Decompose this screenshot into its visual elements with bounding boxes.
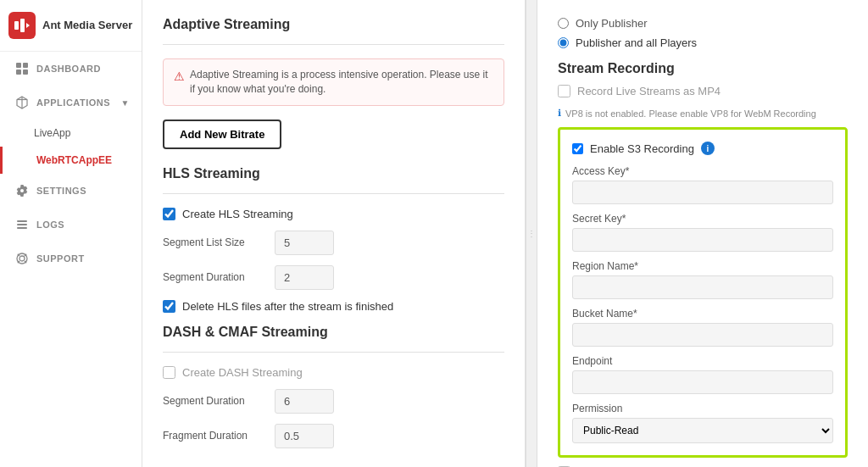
list-icon [14, 217, 30, 232]
permission-label: Permission [572, 403, 833, 414]
s3-recording-header: Enable S3 Recording i [572, 142, 833, 155]
warning-icon: ⚠ [174, 69, 185, 86]
dash-segment-duration-group: Segment Duration [163, 389, 504, 414]
chevron-down-icon: ▼ [121, 98, 130, 108]
segment-duration-group: Segment Duration [163, 265, 504, 290]
svg-point-13 [19, 256, 25, 261]
vp8-note: ℹ VP8 is not enabled. Please enable VP8 … [558, 108, 848, 119]
sidebar-item-dashboard[interactable]: DASHBOARD [0, 52, 142, 86]
dash-segment-duration-input[interactable] [275, 389, 334, 414]
create-hls-checkbox[interactable] [163, 208, 175, 220]
svg-rect-9 [17, 220, 27, 222]
publisher-all-players-label: Publisher and all Players [576, 36, 697, 49]
secret-key-input[interactable] [572, 228, 833, 252]
svg-rect-0 [14, 21, 19, 30]
segment-list-size-group: Segment List Size [163, 231, 504, 255]
sidebar-item-support[interactable]: SUPPORT [0, 242, 142, 275]
create-hls-row: Create HLS Streaming [163, 208, 504, 220]
add-new-bitrate-button[interactable]: Add New Bitrate [163, 120, 281, 149]
segment-duration-input[interactable] [275, 265, 334, 290]
endpoint-label: Endpoint [572, 355, 833, 367]
svg-rect-3 [16, 63, 21, 68]
publisher-all-players-row: Publisher and all Players [558, 36, 848, 49]
vp8-info-icon: ℹ [558, 108, 561, 119]
app-title: Ant Media Server [42, 19, 132, 32]
sidebar-item-logs[interactable]: LOGS [0, 208, 142, 242]
sidebar-item-label: DASHBOARD [36, 64, 101, 74]
svg-rect-5 [16, 69, 21, 75]
box-icon [14, 95, 30, 110]
lifebuoy-icon [14, 251, 30, 266]
delete-hls-label: Delete HLS files after the stream is fin… [182, 300, 393, 313]
sidebar-sub-label-active: WebRTCAppEE [36, 154, 112, 166]
s3-info-icon[interactable]: i [701, 142, 715, 155]
bucket-name-input[interactable] [572, 323, 833, 347]
secret-key-label: Secret Key* [572, 213, 833, 225]
sidebar-item-liveapp[interactable]: LiveApp [0, 120, 142, 147]
enable-s3-checkbox[interactable] [572, 143, 583, 154]
endpoint-input[interactable] [572, 370, 833, 394]
logo-icon [8, 12, 36, 39]
create-dash-checkbox[interactable] [163, 366, 175, 379]
only-publisher-label: Only Publisher [576, 17, 648, 30]
sidebar-item-settings-label: SETTINGS [36, 186, 86, 196]
s3-recording-box: Enable S3 Recording i Access Key* Secret… [558, 127, 848, 458]
dash-segment-duration-label: Segment Duration [163, 395, 264, 407]
only-publisher-radio[interactable] [558, 18, 569, 29]
only-publisher-row: Only Publisher [558, 17, 848, 30]
bucket-name-label: Bucket Name* [572, 308, 833, 320]
panel-resizer[interactable]: ⋮ [526, 0, 537, 467]
right-panel: Only Publisher Publisher and all Players… [537, 0, 868, 467]
sidebar-sub-label: LiveApp [34, 127, 70, 139]
region-name-input[interactable] [572, 275, 833, 299]
stream-recording-title: Stream Recording [558, 61, 848, 76]
delete-hls-checkbox[interactable] [163, 300, 175, 313]
sidebar-logo: Ant Media Server [0, 0, 142, 52]
svg-marker-2 [26, 23, 30, 28]
access-key-label: Access Key* [572, 165, 833, 177]
record-mp4-checkbox[interactable] [558, 85, 570, 97]
sidebar: Ant Media Server DASHBOARD APPLICATIONS … [0, 0, 142, 467]
svg-rect-11 [17, 227, 27, 229]
svg-rect-10 [17, 224, 27, 225]
hls-streaming-title: HLS Streaming [163, 166, 504, 181]
segment-duration-label: Segment Duration [163, 271, 264, 283]
fragment-duration-group: Fragment Duration [163, 424, 504, 448]
main-content: Adaptive Streaming ⚠ Adaptive Streaming … [142, 0, 868, 467]
adaptive-streaming-title: Adaptive Streaming [163, 17, 504, 32]
svg-rect-1 [20, 19, 25, 32]
permission-select[interactable]: Public-Read Private Public-Read-Write [572, 418, 833, 443]
enable-s3-label: Enable S3 Recording [590, 142, 694, 155]
svg-rect-4 [23, 63, 28, 68]
create-dash-row: Create DASH Streaming [163, 366, 504, 379]
segment-list-size-input[interactable] [275, 231, 334, 255]
gear-icon [14, 183, 30, 198]
record-mp4-row: Record Live Streams as MP4 [558, 85, 848, 97]
delete-hls-row: Delete HLS files after the stream is fin… [163, 300, 504, 313]
dash-cmaf-title: DASH & CMAF Streaming [163, 325, 504, 340]
access-key-input[interactable] [572, 181, 833, 204]
sidebar-item-settings[interactable]: SETTINGS [0, 174, 142, 208]
fragment-duration-input[interactable] [275, 424, 334, 448]
adaptive-streaming-warning: ⚠ Adaptive Streaming is a process intens… [163, 58, 504, 106]
create-hls-label: Create HLS Streaming [182, 208, 293, 220]
sidebar-item-webrtcappee[interactable]: WebRTCAppEE [0, 147, 142, 174]
grid-icon [14, 61, 30, 76]
left-panel: Adaptive Streaming ⚠ Adaptive Streaming … [142, 0, 526, 467]
sidebar-nav: DASHBOARD APPLICATIONS ▼ LiveApp WebRTCA… [0, 52, 142, 467]
sidebar-item-support-label: SUPPORT [36, 253, 85, 264]
sidebar-item-applications[interactable]: APPLICATIONS ▼ [0, 86, 142, 120]
segment-list-size-label: Segment List Size [163, 236, 264, 248]
stream-recording-section: Stream Recording Record Live Streams as … [558, 61, 848, 467]
region-name-label: Region Name* [572, 260, 833, 272]
fragment-duration-label: Fragment Duration [163, 430, 264, 442]
record-mp4-label: Record Live Streams as MP4 [577, 85, 721, 97]
publisher-all-players-radio[interactable] [558, 37, 569, 48]
svg-rect-6 [23, 69, 28, 75]
create-dash-label: Create DASH Streaming [182, 366, 303, 379]
sidebar-item-logs-label: LOGS [36, 220, 64, 230]
sidebar-item-applications-label: APPLICATIONS [36, 97, 110, 108]
